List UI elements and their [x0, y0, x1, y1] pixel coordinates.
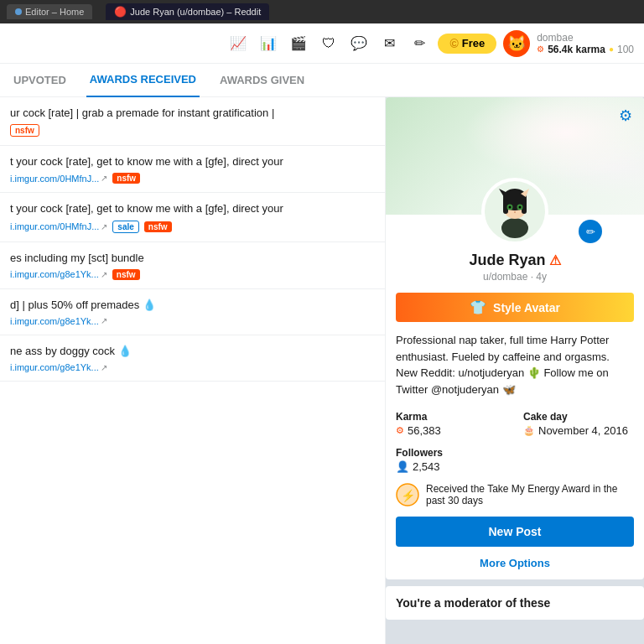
coin-icon: ©: [449, 37, 458, 50]
post-item[interactable]: t your cock [rate], get to know me with …: [0, 193, 385, 242]
trending-icon[interactable]: 📈: [226, 32, 250, 55]
karma-stat: Karma ⚙ 56,383: [396, 411, 506, 437]
post-meta: i.imgur.com/g8e1Yk... ↗: [10, 362, 375, 372]
chart-icon[interactable]: 📊: [257, 32, 280, 55]
post-title: d] | plus 50% off premades 💧: [10, 298, 375, 313]
nsfw-badge-filled: nsfw: [144, 221, 172, 232]
person-icon: 👤: [396, 460, 409, 473]
gear-button[interactable]: ⚙: [614, 104, 637, 127]
external-link-icon: ↗: [101, 222, 107, 231]
awards-received-label: AWARDS RECEIVED: [90, 73, 196, 86]
upvoted-label: UPVOTED: [13, 74, 66, 86]
top-nav: 📈 📊 🎬 🛡 💬 ✉ ✏ © Free 🐱 dombae ⚙ 56.4k ka…: [0, 23, 644, 64]
post-link[interactable]: i.imgur.com/g8e1Yk... ↗: [10, 316, 107, 326]
tab-awards-received[interactable]: AWARDS RECEIVED: [86, 64, 200, 97]
awards-given-label: AWARDS GIVEN: [220, 74, 304, 86]
mail-icon[interactable]: ✉: [377, 32, 401, 55]
reddit-tab-label: Jude Ryan (u/dombae) – Reddit: [130, 7, 261, 17]
award-section: ⚡ Received the Take My Energy Award in t…: [386, 480, 644, 513]
pen-icon[interactable]: ✏: [408, 32, 431, 55]
karma-value: 56.4k karma: [548, 44, 605, 55]
post-meta: i.imgur.com/0HMfnJ... ↗ sale nsfw: [10, 221, 375, 233]
video-icon[interactable]: 🎬: [287, 32, 310, 55]
shield-icon[interactable]: 🛡: [317, 32, 340, 55]
moderator-card: You're a moderator of these: [386, 586, 644, 620]
tshirt-icon: 👕: [470, 299, 486, 315]
external-link-icon: ↗: [101, 316, 107, 325]
karma-stat-value: ⚙ 56,383: [396, 424, 506, 437]
new-post-button[interactable]: New Post: [396, 517, 634, 547]
style-avatar-button[interactable]: 👕 Style Avatar: [396, 293, 634, 322]
post-meta: i.imgur.com/0HMfnJ... ↗ nsfw: [10, 173, 375, 184]
nsfw-badge: nsfw: [10, 124, 39, 137]
avatar-image: [486, 182, 544, 241]
svg-point-0: [501, 218, 528, 238]
post-meta: nsfw: [10, 124, 375, 137]
main-layout: ur cock [rate] | grab a premade for inst…: [0, 97, 644, 644]
post-title: es including my [sct] bundle: [10, 251, 375, 266]
post-meta: i.imgur.com/g8e1Yk... ↗: [10, 316, 375, 326]
nav-avatar[interactable]: 🐱: [503, 30, 530, 57]
chat-icon[interactable]: 💬: [347, 32, 371, 55]
post-item[interactable]: ur cock [rate] | grab a premade for inst…: [0, 97, 385, 146]
post-title: ne ass by doggy cock 💧: [10, 344, 375, 359]
karma-info: dombae ⚙ 56.4k karma ● 100: [537, 32, 634, 55]
karma-number: 56,383: [408, 424, 441, 437]
post-title: ur cock [rate] | grab a premade for inst…: [10, 106, 375, 121]
award-icon: ⚡: [396, 483, 419, 506]
post-link[interactable]: i.imgur.com/0HMfnJ... ↗: [10, 174, 107, 184]
posts-panel: ur cock [rate] | grab a premade for inst…: [0, 97, 386, 644]
post-link[interactable]: i.imgur.com/0HMfnJ... ↗: [10, 221, 107, 231]
profile-handle: u/dombae · 4y: [396, 271, 634, 283]
new-post-label: New Post: [488, 525, 541, 538]
cake-icon: 🎂: [523, 425, 535, 436]
editor-tab-label: Editor – Home: [25, 7, 84, 17]
more-options-label: More Options: [480, 557, 550, 569]
post-link[interactable]: i.imgur.com/g8e1Yk... ↗: [10, 362, 107, 372]
followers-label: Followers: [396, 447, 634, 459]
profile-name-section: Jude Ryan ⚠ u/dombae · 4y: [386, 245, 644, 286]
edit-avatar-button[interactable]: ✏: [579, 220, 602, 243]
reddit-tab[interactable]: 🔴 Jude Ryan (u/dombae) – Reddit: [106, 3, 269, 20]
post-item[interactable]: es including my [sct] bundle i.imgur.com…: [0, 242, 385, 289]
post-link[interactable]: i.imgur.com/g8e1Yk... ↗: [10, 269, 107, 279]
award-text: Received the Take My Energy Award in the…: [426, 483, 634, 506]
external-link-icon: ↗: [101, 363, 107, 372]
profile-bio: Professional nap taker, full time Harry …: [386, 329, 644, 404]
tab-indicator: [15, 8, 22, 15]
award-svg: ⚡: [396, 483, 419, 506]
cake-day-stat: Cake day 🎂 November 4, 2016: [523, 411, 634, 437]
sale-badge: sale: [112, 221, 138, 233]
followers-section: Followers 👤 2,543: [386, 444, 644, 480]
post-item[interactable]: t your cock [rate], get to know me with …: [0, 146, 385, 193]
sub-nav: UPVOTED AWARDS RECEIVED AWARDS GIVEN: [0, 64, 644, 97]
karma-coins: 100: [617, 44, 634, 55]
profile-name: Jude Ryan ⚠: [396, 252, 634, 269]
cake-day-value: 🎂 November 4, 2016: [523, 424, 634, 437]
cake-day-date: November 4, 2016: [538, 424, 628, 437]
editor-tab[interactable]: Editor – Home: [7, 4, 92, 19]
nav-username: dombae: [537, 32, 634, 44]
external-link-icon: ↗: [101, 174, 107, 183]
tab-awards-given[interactable]: AWARDS GIVEN: [216, 64, 308, 97]
profile-avatar: [481, 178, 548, 245]
svg-point-12: [514, 211, 516, 213]
nsfw-badge-filled: nsfw: [112, 269, 140, 280]
followers-value: 👤 2,543: [396, 460, 634, 473]
karma-coin-icon: ●: [609, 44, 614, 54]
free-button[interactable]: © Free: [438, 34, 496, 54]
post-meta: i.imgur.com/g8e1Yk... ↗ nsfw: [10, 269, 375, 280]
free-label: Free: [462, 37, 485, 49]
warning-icon: ⚠: [549, 252, 561, 268]
more-options-button[interactable]: More Options: [386, 553, 644, 579]
style-avatar-label: Style Avatar: [493, 301, 560, 314]
post-item[interactable]: ne ass by doggy cock 💧 i.imgur.com/g8e1Y…: [0, 335, 385, 382]
external-link-icon: ↗: [101, 270, 107, 279]
tab-upvoted[interactable]: UPVOTED: [10, 64, 70, 97]
svg-point-11: [519, 206, 522, 209]
post-title: t your cock [rate], get to know me with …: [10, 201, 375, 216]
post-item[interactable]: d] | plus 50% off premades 💧 i.imgur.com…: [0, 289, 385, 335]
reddit-icon: 🔴: [114, 6, 127, 18]
post-title: t your cock [rate], get to know me with …: [10, 154, 375, 169]
karma-star-icon: ⚙: [537, 44, 544, 54]
